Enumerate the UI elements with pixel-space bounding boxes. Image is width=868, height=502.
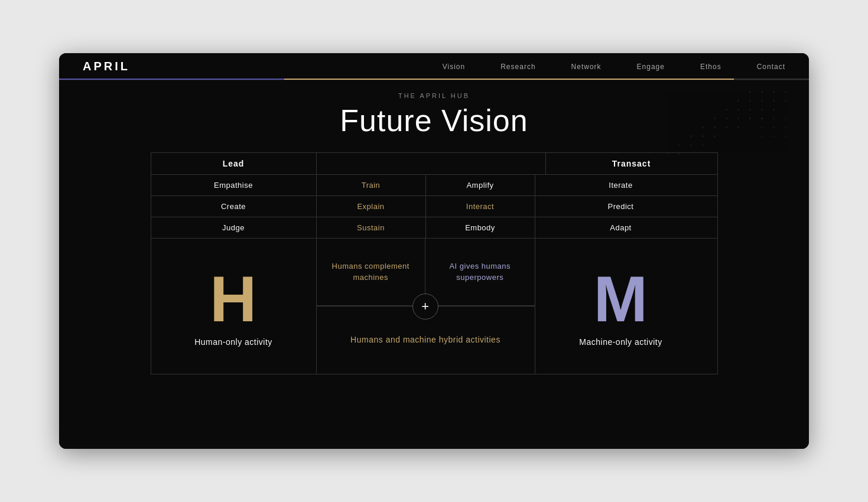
table-header-row: Lead Transact — [151, 153, 717, 174]
table-row-2: Create Explain Interact Predict — [151, 195, 717, 217]
table-row-1: Empathise Train Amplify Iterate — [151, 174, 717, 195]
header-transact: Transact — [546, 153, 717, 174]
nav-engage[interactable]: Engage — [637, 63, 665, 71]
hybrid-label: Humans and machine hybrid activities — [344, 328, 506, 352]
svg-point-36 — [690, 145, 692, 146]
browser-frame: APRiL Vision Research Network Engage Eth… — [59, 53, 809, 449]
svg-point-31 — [785, 127, 786, 129]
cell-train: Train — [317, 175, 426, 195]
svg-point-13 — [772, 109, 775, 111]
table-row-3: Judge Sustain Embody Adapt — [151, 217, 717, 238]
cell-empathise: Empathise — [151, 175, 317, 195]
cell-embody: Embody — [426, 217, 535, 238]
svg-point-11 — [749, 109, 751, 111]
nav-links: Vision Research Network Engage Ethos — [443, 63, 721, 71]
header-lead: Lead — [151, 153, 317, 174]
logo[interactable]: APRiL — [83, 60, 130, 73]
svg-point-29 — [761, 127, 763, 129]
cell-judge: Judge — [151, 217, 317, 238]
cell-create: Create — [151, 196, 317, 217]
nav-ethos[interactable]: Ethos — [700, 63, 721, 71]
svg-point-34 — [785, 136, 786, 138]
svg-point-25 — [713, 135, 716, 138]
ai-superpowers-cell: AI gives humans superpowers — [425, 239, 535, 306]
svg-point-30 — [773, 127, 775, 129]
svg-point-23 — [690, 135, 692, 138]
human-label: Human-only activity — [194, 337, 272, 347]
m-letter: M — [593, 266, 648, 331]
cell-iterate: Iterate — [535, 175, 707, 195]
nav-progress-bar — [59, 79, 809, 80]
svg-point-3 — [784, 91, 786, 93]
svg-point-22 — [737, 126, 739, 129]
hybrid-cell: Humans complement machines AI gives huma… — [317, 239, 535, 374]
nav-vision[interactable]: Vision — [443, 63, 465, 71]
main-content: // Generating dots pattern via inline ap… — [59, 80, 809, 449]
svg-point-19 — [701, 126, 704, 129]
svg-point-5 — [749, 100, 751, 102]
svg-point-27 — [773, 118, 775, 120]
main-table: Lead Transact Empathise Train Amplify It… — [151, 152, 718, 374]
svg-point-4 — [737, 100, 739, 102]
plus-icon: + — [421, 300, 429, 313]
svg-point-6 — [760, 100, 763, 102]
page-title: Future Vision — [340, 103, 528, 138]
svg-point-2 — [772, 91, 775, 93]
cell-interact: Interact — [426, 196, 535, 217]
svg-point-9 — [725, 109, 727, 111]
nav-contact[interactable]: Contact — [757, 63, 785, 71]
svg-point-33 — [773, 136, 775, 138]
nav-network[interactable]: Network — [571, 63, 602, 71]
svg-point-12 — [760, 109, 763, 111]
svg-point-1 — [760, 91, 763, 93]
svg-point-35 — [678, 145, 680, 146]
human-cell: H Human-only activity — [151, 239, 317, 374]
svg-point-17 — [749, 118, 751, 120]
svg-point-18 — [760, 118, 763, 120]
machine-cell: M Machine-only activity — [535, 239, 707, 374]
svg-point-26 — [761, 118, 763, 120]
svg-point-14 — [713, 118, 716, 120]
svg-point-0 — [749, 91, 751, 93]
cell-explain: Explain — [317, 196, 426, 217]
svg-point-7 — [772, 100, 775, 102]
cell-amplify: Amplify — [426, 175, 535, 195]
humans-complement-cell: Humans complement machines — [317, 239, 426, 306]
svg-point-8 — [784, 100, 786, 102]
svg-point-16 — [737, 118, 739, 120]
svg-point-24 — [701, 135, 704, 138]
table-bottom-row: H Human-only activity Humans complement … — [151, 238, 717, 374]
svg-point-15 — [725, 118, 727, 120]
h-letter: H — [210, 266, 257, 331]
svg-point-10 — [737, 109, 739, 111]
logo-text: APRiL — [83, 60, 130, 73]
machine-label: Machine-only activity — [579, 337, 662, 347]
cell-sustain: Sustain — [317, 217, 426, 238]
svg-point-32 — [761, 136, 763, 138]
svg-point-28 — [785, 118, 786, 120]
svg-point-21 — [725, 126, 727, 129]
nav-research[interactable]: Research — [500, 63, 535, 71]
header-middle-empty — [317, 153, 546, 174]
cell-predict: Predict — [535, 196, 707, 217]
plus-circle: + — [412, 294, 438, 320]
page-subtitle: THE APRIL HUB — [398, 92, 470, 99]
cell-adapt: Adapt — [535, 217, 707, 238]
svg-point-20 — [713, 126, 716, 129]
navigation: APRiL Vision Research Network Engage Eth… — [59, 53, 809, 80]
svg-point-37 — [702, 145, 704, 146]
